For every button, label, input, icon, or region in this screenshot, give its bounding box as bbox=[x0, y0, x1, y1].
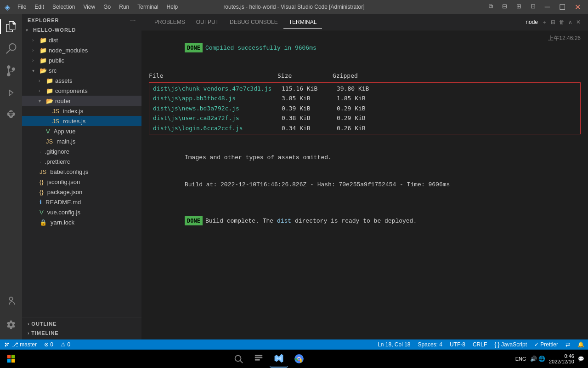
outline-section-toggle[interactable]: › OUTLINE bbox=[22, 319, 141, 328]
sidebar-actions[interactable]: ··· bbox=[130, 17, 136, 23]
tree-item-node-modules[interactable]: › 📁 node_modules bbox=[22, 45, 141, 55]
arrow-icon: › bbox=[28, 322, 29, 327]
tree-item-gitignore[interactable]: · .gitignore bbox=[22, 146, 141, 156]
tree-item-prettierrc[interactable]: · .prettierrc bbox=[22, 156, 141, 167]
col-file-header: File bbox=[149, 71, 277, 80]
activity-settings[interactable] bbox=[0, 314, 22, 336]
arrow-icon: › bbox=[28, 331, 29, 336]
tree-item-app-vue[interactable]: V App.vue bbox=[22, 126, 141, 136]
menu-terminal[interactable]: Terminal bbox=[134, 3, 162, 11]
kill-terminal-button[interactable]: 🗑 bbox=[559, 19, 565, 25]
tree-item-src[interactable]: ▾ 📂 src bbox=[22, 65, 141, 75]
taskbar-search[interactable] bbox=[229, 350, 248, 368]
tree-item-assets[interactable]: › 📁 assets bbox=[22, 75, 141, 86]
status-warnings[interactable]: ⚠ 0 bbox=[57, 339, 74, 350]
window-layout4-icon[interactable]: ⊡ bbox=[528, 2, 538, 12]
tab-terminal[interactable]: TERMINAL bbox=[283, 16, 322, 29]
status-eol[interactable]: CRLF bbox=[469, 339, 491, 350]
activity-explorer[interactable] bbox=[0, 16, 22, 38]
activity-extensions[interactable] bbox=[0, 104, 22, 126]
arrow-icon: ▾ bbox=[26, 28, 33, 33]
tree-label: package.json bbox=[47, 189, 83, 196]
maximize-button[interactable]: ☐ bbox=[556, 2, 568, 12]
tree-root-hello-world[interactable]: ▾ HELLO-WORLD bbox=[22, 25, 141, 35]
js-icon: JS bbox=[46, 138, 53, 145]
remote-icon: ⇄ bbox=[565, 341, 570, 348]
git-branch-label: ⎇ master bbox=[12, 341, 37, 348]
js-icon: JS bbox=[52, 118, 59, 125]
eol-label: CRLF bbox=[473, 341, 487, 348]
status-git-branch[interactable]: ⎇ master bbox=[0, 339, 40, 350]
menu-help[interactable]: Help bbox=[163, 3, 182, 11]
svg-rect-6 bbox=[255, 355, 263, 356]
activity-run[interactable] bbox=[0, 82, 22, 104]
arrow-icon: ▾ bbox=[32, 68, 40, 73]
status-errors[interactable]: ⊗ 0 bbox=[40, 339, 57, 350]
status-spaces[interactable]: Spaces: 4 bbox=[414, 339, 446, 350]
file-tree: ▾ HELLO-WORLD › 📁 dist › 📁 node_modules … bbox=[22, 25, 141, 317]
tree-item-jsconfig-json[interactable]: {} jsconfig.json bbox=[22, 177, 141, 187]
tree-item-vue-config[interactable]: V vue.config.js bbox=[22, 207, 141, 217]
minimize-button[interactable]: ─ bbox=[542, 2, 553, 12]
tree-item-package-json[interactable]: {} package.json bbox=[22, 187, 141, 197]
tree-label: src bbox=[49, 67, 57, 74]
close-panel-button[interactable]: ✕ bbox=[576, 19, 581, 25]
tree-item-public[interactable]: › 📁 public bbox=[22, 55, 141, 65]
add-terminal-button[interactable]: ＋ bbox=[542, 18, 547, 26]
notification-icon[interactable]: 💬 bbox=[578, 356, 584, 362]
taskbar-vscode[interactable] bbox=[270, 350, 288, 368]
status-remote[interactable]: ⇄ bbox=[562, 339, 574, 350]
tab-output[interactable]: OUTPUT bbox=[191, 16, 224, 28]
status-line-col[interactable]: Ln 18, Col 18 bbox=[374, 339, 414, 350]
tree-item-router[interactable]: ▾ 📂 router bbox=[22, 96, 141, 106]
taskbar-files[interactable] bbox=[249, 350, 268, 368]
file-size: 0.34 KiB bbox=[282, 124, 337, 133]
sidebar-header: EXPLORER ··· bbox=[22, 14, 141, 25]
tab-problems[interactable]: PROBLEMS bbox=[149, 16, 191, 28]
compiled-line: DONECompiled successfully in 9606ms bbox=[149, 34, 581, 62]
menu-file[interactable]: File bbox=[14, 3, 30, 11]
language-label: { } JavaScript bbox=[494, 341, 527, 348]
activity-account[interactable] bbox=[0, 290, 22, 312]
window-layout2-icon[interactable]: ⊟ bbox=[499, 2, 510, 12]
menu-edit[interactable]: Edit bbox=[31, 3, 48, 11]
close-button[interactable]: ✕ bbox=[572, 2, 583, 12]
menu-run[interactable]: Run bbox=[115, 3, 133, 11]
assets-note-line: Images and other types of assets omitted… bbox=[149, 144, 581, 172]
maximize-panel-button[interactable]: ∧ bbox=[568, 19, 572, 25]
timeline-section-toggle[interactable]: › TIMELINE bbox=[22, 328, 141, 338]
window-layout-icon[interactable]: ⧉ bbox=[486, 2, 496, 12]
status-bell[interactable]: 🔔 bbox=[574, 339, 588, 350]
status-encoding[interactable]: UTF-8 bbox=[446, 339, 469, 350]
tree-item-index-js[interactable]: JS index.js bbox=[22, 106, 141, 116]
menu-go[interactable]: Go bbox=[100, 3, 114, 11]
menu-selection[interactable]: Selection bbox=[49, 3, 79, 11]
tree-item-babel-config[interactable]: JS babel.config.js bbox=[22, 167, 141, 177]
taskbar-chrome[interactable] bbox=[290, 350, 308, 368]
activity-source-control[interactable] bbox=[0, 60, 22, 82]
folder-icon: 📁 bbox=[46, 87, 53, 94]
tree-item-readme[interactable]: ℹ README.md bbox=[22, 197, 141, 207]
tree-item-dist[interactable]: › 📁 dist bbox=[22, 35, 141, 45]
panel-tab-actions: node ＋ ⊟ 🗑 ∧ ✕ bbox=[526, 18, 581, 26]
taskbar-start-button[interactable] bbox=[0, 350, 22, 368]
tab-debug-console[interactable]: DEBUG CONSOLE bbox=[224, 16, 283, 28]
tree-label: yarn.lock bbox=[51, 219, 74, 226]
terminal-content[interactable]: 上午12:46:26 DONECompiled successfully in … bbox=[141, 30, 588, 235]
file-name: dist\js\app.bb3fbc48.js bbox=[153, 94, 282, 103]
status-language[interactable]: { } JavaScript bbox=[491, 339, 531, 350]
main-area: EXPLORER ··· ▾ HELLO-WORLD › 📁 dist › 📁 … bbox=[0, 14, 588, 339]
spaces-label: Spaces: 4 bbox=[418, 341, 442, 348]
status-prettier[interactable]: ✓ Prettier bbox=[531, 339, 562, 350]
window-layout3-icon[interactable]: ⊞ bbox=[514, 2, 524, 12]
tree-item-routes-js[interactable]: JS routes.js bbox=[22, 116, 141, 126]
tree-item-components[interactable]: › 📁 components bbox=[22, 86, 141, 96]
panel-area: PROBLEMS OUTPUT DEBUG CONSOLE TERMINAL n… bbox=[141, 14, 588, 235]
tree-item-main-js[interactable]: JS main.js bbox=[22, 136, 141, 146]
activity-search[interactable] bbox=[0, 38, 22, 60]
split-terminal-button[interactable]: ⊟ bbox=[551, 19, 555, 25]
terminal-instance-label: node bbox=[526, 19, 538, 25]
menu-view[interactable]: View bbox=[79, 3, 99, 11]
explorer-label: EXPLORER bbox=[28, 17, 59, 23]
tree-item-yarn-lock[interactable]: 🔒 yarn.lock bbox=[22, 217, 141, 227]
